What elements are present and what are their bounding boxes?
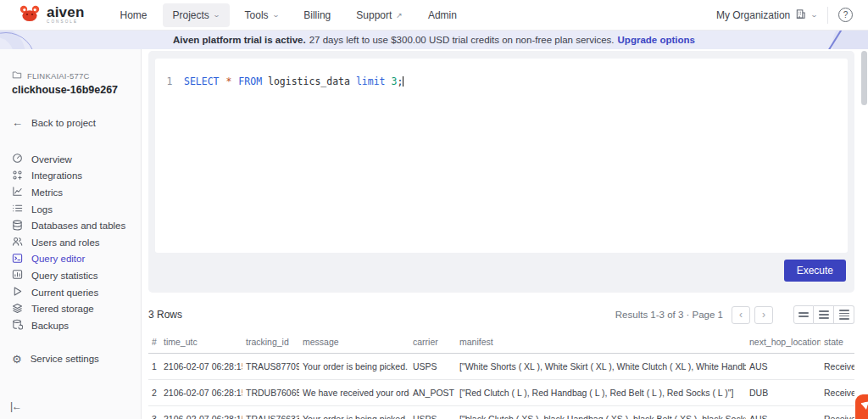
database-icon xyxy=(12,220,23,232)
aiven-logo[interactable]: aiven CONSOLE xyxy=(0,4,99,26)
sidebar-item-service-settings[interactable]: ⚙ Service settings xyxy=(0,351,141,368)
table-row: 1 2106-02-07 06:28:15 TRAUS87709 Your or… xyxy=(148,354,854,380)
building-icon xyxy=(795,8,806,22)
sidebar-item-metrics[interactable]: Metrics xyxy=(0,184,141,201)
sidebar-item-logs[interactable]: Logs xyxy=(0,201,141,218)
query-editor-page: 1 SELECT * FROM logistics_data limit 3; … xyxy=(142,49,868,419)
external-link-icon: ↗ xyxy=(396,11,403,20)
sidebar-item-databases-and-tables[interactable]: Databases and tables xyxy=(0,217,141,234)
support-beacon-button[interactable] xyxy=(855,394,868,419)
sidebar-item-backups[interactable]: Backups xyxy=(0,317,141,334)
sidebar-item-query-statistics[interactable]: Query statistics xyxy=(0,267,141,284)
banner-decoration-left-arc xyxy=(0,32,36,49)
col-next-hop-location: next_hop_location xyxy=(746,332,821,354)
row-density-toggle xyxy=(793,305,854,324)
density-loose-button[interactable] xyxy=(793,305,814,324)
organization-switcher[interactable]: My Organization ⌄ xyxy=(716,8,817,22)
service-name: clickhouse-16b9e267 xyxy=(12,84,129,96)
sql-line-1: 1 SELECT * FROM logistics_data limit 3; xyxy=(155,59,848,88)
density-medium-button[interactable] xyxy=(814,305,834,324)
pagination-status: Results 1-3 of 3 · Page 1 xyxy=(615,310,723,320)
col-carrier: carrier xyxy=(409,332,456,354)
logo-console-label: CONSOLE xyxy=(47,20,84,25)
col-tracking-id: tracking_id xyxy=(242,332,299,354)
nav-item-home[interactable]: Home xyxy=(109,3,157,27)
nav-item-admin[interactable]: Admin xyxy=(418,3,467,27)
play-icon xyxy=(12,286,23,299)
upgrade-options-link[interactable]: Upgrade options xyxy=(618,35,695,45)
trial-banner-text: 27 days left to use $300.00 USD trial cr… xyxy=(309,35,615,45)
chevron-down-icon: ⌄ xyxy=(213,11,220,19)
density-compact-button[interactable] xyxy=(834,305,854,324)
sidebar-item-current-queries[interactable]: Current queries xyxy=(0,284,141,301)
nav-item-billing[interactable]: Billing xyxy=(293,3,341,27)
back-to-project[interactable]: ← Back to project xyxy=(0,116,141,129)
logs-list-icon xyxy=(12,203,23,215)
statistics-icon xyxy=(12,269,23,282)
aiven-console-app: aiven CONSOLE Home Projects⌄ Tools⌄ Bill… xyxy=(0,0,868,419)
row-count-label: 3 Rows xyxy=(148,309,182,321)
col-time-utc: time_utc xyxy=(160,332,242,354)
sidebar-item-tiered-storage[interactable]: Tiered storage xyxy=(0,300,141,317)
sql-text: SELECT * FROM logistics_data limit 3; xyxy=(184,75,403,88)
line-number: 1 xyxy=(155,75,184,88)
text-cursor xyxy=(403,76,403,87)
top-nav: aiven CONSOLE Home Projects⌄ Tools⌄ Bill… xyxy=(0,0,868,31)
nav-item-projects[interactable]: Projects⌄ xyxy=(163,3,230,27)
sidebar-item-query-editor[interactable]: Query editor xyxy=(0,251,141,268)
prev-page-button[interactable]: ‹ xyxy=(732,306,750,324)
results-section: 3 Rows Results 1-3 of 3 · Page 1 ‹ › xyxy=(148,304,854,419)
beacon-icon xyxy=(860,401,868,411)
gauge-icon xyxy=(12,153,23,165)
table-row: 2 2106-02-07 06:28:15 TRDUB76065 We have… xyxy=(148,380,854,406)
sidebar-collapse-toggle[interactable]: |← xyxy=(10,400,21,412)
col-message: message xyxy=(299,332,409,354)
col-manifest: manifest xyxy=(456,332,746,354)
terminal-icon xyxy=(12,253,23,265)
sidebar-item-integrations[interactable]: Integrations xyxy=(0,168,141,185)
col-state: state xyxy=(821,332,854,354)
nav-item-tools[interactable]: Tools⌄ xyxy=(235,3,289,27)
nav-item-support[interactable]: Support↗ xyxy=(346,3,413,27)
trial-banner: Aiven platform trial is active. 27 days … xyxy=(0,31,868,49)
sql-code-editor[interactable]: 1 SELECT * FROM logistics_data limit 3; xyxy=(155,59,848,253)
results-table: # time_utc tracking_id message carrier m… xyxy=(148,332,854,419)
users-icon xyxy=(12,236,23,249)
backup-icon xyxy=(12,319,23,332)
service-sidebar: FLINKAIAI-577C clickhouse-16b9e267 ← Bac… xyxy=(0,49,142,419)
execute-button[interactable]: Execute xyxy=(784,260,846,282)
service-header: FLINKAIAI-577C clickhouse-16b9e267 xyxy=(0,49,141,96)
page-scrollbar-thumb[interactable] xyxy=(861,51,867,105)
sidebar-menu: Overview Integrations Metrics Logs Datab… xyxy=(0,151,141,334)
nav-menu: Home Projects⌄ Tools⌄ Billing Support↗ A… xyxy=(109,3,466,27)
logo-wordmark: aiven xyxy=(47,5,84,20)
table-header-row: # time_utc tracking_id message carrier m… xyxy=(148,332,854,354)
next-page-button[interactable]: › xyxy=(754,306,773,324)
back-arrow-icon: ← xyxy=(12,116,23,129)
divider xyxy=(827,7,828,24)
sql-editor-card: 1 SELECT * FROM logistics_data limit 3; … xyxy=(148,51,854,293)
chevron-down-icon: ⌄ xyxy=(271,11,279,19)
project-name[interactable]: FLINKAIAI-577C xyxy=(27,71,90,81)
results-toolbar: 3 Rows Results 1-3 of 3 · Page 1 ‹ › xyxy=(148,304,854,326)
sidebar-item-users-and-roles[interactable]: Users and roles xyxy=(0,234,141,251)
chevron-down-icon: ⌄ xyxy=(810,11,818,19)
organization-label: My Organization xyxy=(716,9,790,21)
sidebar-item-overview[interactable]: Overview xyxy=(0,151,141,168)
nav-right: My Organization ⌄ ? xyxy=(716,7,868,24)
col-index: # xyxy=(148,332,160,354)
table-row: 3 2106-02-07 06:28:15 TRAUS76633 Your or… xyxy=(148,406,854,419)
gear-icon: ⚙ xyxy=(12,354,22,365)
help-icon[interactable]: ? xyxy=(838,8,853,22)
aiven-crab-icon xyxy=(19,4,41,26)
integrations-icon xyxy=(12,170,23,182)
metrics-chart-icon xyxy=(12,186,23,198)
folder-icon xyxy=(12,70,22,81)
trial-banner-title: Aiven platform trial is active. xyxy=(173,35,306,45)
layers-icon xyxy=(12,303,23,316)
